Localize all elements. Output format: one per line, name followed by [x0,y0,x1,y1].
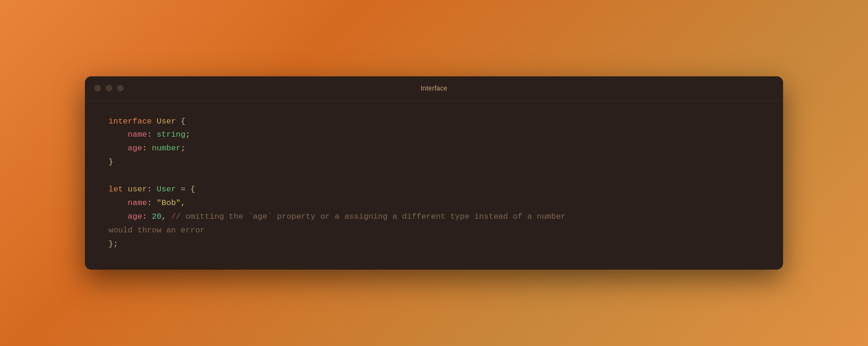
space [152,117,157,126]
comma: , [181,198,185,207]
code-line-1: interface User { [108,115,760,129]
code-editor: interface User { name: string; age: numb… [85,101,783,270]
keyword-let: let [108,185,123,194]
code-window: Interface interface User { name: string;… [85,76,783,270]
type-string: string [157,130,185,139]
semicolon: ; [185,130,190,139]
semicolon: ; [181,144,185,153]
brace-open: { [176,117,185,126]
code-line-2: name: string; [108,128,760,142]
code-line-10: }; [108,238,760,251]
colon: : [147,130,157,139]
code-line-9: would throw an error [108,224,760,238]
keyword-interface: interface [108,117,152,126]
traffic-lights [94,85,124,91]
code-line-6: let user: User = { [108,183,760,197]
code-line-4: } [108,156,760,169]
equals-brace: = { [176,185,195,194]
indent [108,144,128,153]
brace-close: } [108,157,113,166]
indent [108,212,128,221]
colon: : [147,198,157,207]
var-user: user [128,185,147,194]
type-ref-user: User [157,185,176,194]
comma: , [161,212,171,221]
code-line-3: age: number; [108,142,760,156]
empty-line [108,169,760,183]
indent [108,130,128,139]
string-bob: "Bob" [157,198,181,207]
prop-age: age [128,144,142,153]
type-name-user: User [157,117,176,126]
colon: : [142,144,151,153]
code-line-8: age: 20, // omitting the `age` property … [108,210,760,224]
comment-text: // omitting the `age` property or a assi… [171,212,566,221]
minimize-button[interactable] [106,85,112,91]
closing-brace-semi: }; [108,239,118,248]
type-number: number [152,144,181,153]
number-20: 20 [152,212,161,221]
code-line-7: name: "Bob", [108,197,760,210]
indent [108,198,128,207]
prop-age-val: age [128,212,142,221]
space [123,185,128,194]
titlebar: Interface [85,76,783,101]
comment-continuation: would throw an error [108,226,205,235]
colon: : [142,212,151,221]
prop-name-val: name [128,198,147,207]
prop-name: name [128,130,147,139]
colon: : [147,185,157,194]
maximize-button[interactable] [117,85,124,91]
close-button[interactable] [94,85,101,91]
window-title: Interface [420,84,447,92]
